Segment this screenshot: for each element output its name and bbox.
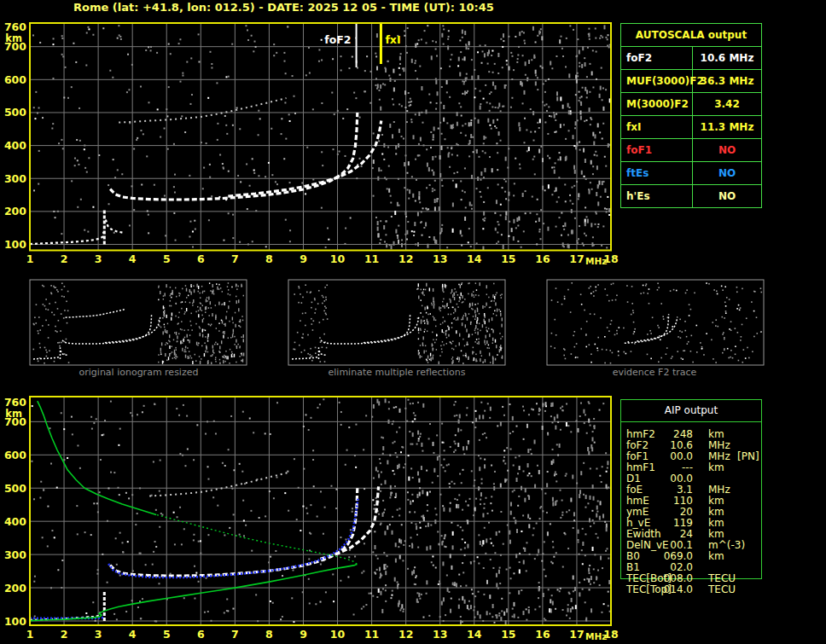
svg-text:6: 6 [197, 628, 205, 641]
autoscala-output-table: AUTOSCALA output foF210.6 MHzMUF(3000)F2… [620, 23, 762, 208]
svg-text:300: 300 [4, 172, 26, 185]
svg-text:11: 11 [364, 628, 379, 641]
svg-text:2: 2 [61, 252, 68, 265]
svg-text:8: 8 [265, 628, 273, 641]
svg-text:500: 500 [4, 482, 26, 495]
svg-text:17: 17 [569, 252, 584, 265]
axis-labels: 123456789101112131415161718MHz7607006005… [4, 396, 619, 641]
autoscala-row-hes: h'EsNO [621, 185, 761, 207]
svg-text:400: 400 [4, 515, 26, 528]
panel-caption-evidence: evidence F2 trace [547, 367, 762, 379]
autoscala-row-value: NO [693, 185, 761, 207]
svg-text:13: 13 [433, 628, 447, 641]
svg-text:600: 600 [4, 449, 26, 461]
autoscala-row-label: fxI [621, 116, 693, 138]
autoscala-row-ftes: ftEsNO [621, 162, 761, 185]
svg-text:17: 17 [569, 628, 584, 641]
svg-text:3: 3 [95, 628, 102, 641]
fxI-marker-label: fxI [385, 33, 400, 46]
svg-text:8: 8 [265, 252, 273, 265]
svg-text:12: 12 [398, 252, 413, 265]
svg-text:11: 11 [364, 252, 379, 265]
autoscala-row-fxi: fxI11.3 MHz [621, 116, 761, 139]
autoscala-row-value: 3.42 [693, 93, 761, 115]
autoscala-row-m3000f2: M(3000)F23.42 [621, 93, 761, 116]
svg-text:16: 16 [535, 628, 550, 641]
aip-row-value: 014.0 [650, 584, 693, 595]
autoscala-row-muf3000f2: MUF(3000)F236.3 MHz [621, 70, 761, 93]
svg-text:16: 16 [535, 252, 550, 265]
panel-caption-eliminate: eliminate multiple reflections [288, 367, 505, 379]
aip-row-tectop: TEC[Top]014.0TECU [620, 584, 817, 595]
svg-text:14: 14 [467, 628, 482, 641]
svg-text:7: 7 [231, 628, 239, 641]
autoscala-row-label: M(3000)F2 [621, 93, 693, 115]
autoscala-row-value: NO [693, 139, 761, 161]
autoscala-row-label: foF2 [621, 47, 693, 69]
axis-labels: 123456789101112131415161718MHz7607006005… [4, 20, 619, 266]
svg-text:9: 9 [300, 252, 307, 265]
aip-row-b0: B0069.0km [620, 551, 817, 562]
autoscala-row-label: ftEs [621, 162, 693, 184]
svg-text:2: 2 [61, 628, 68, 641]
svg-text:15: 15 [501, 252, 515, 265]
svg-text:5: 5 [163, 252, 171, 265]
aip-table-header: AIP output [621, 400, 761, 422]
svg-text:10: 10 [330, 252, 346, 265]
svg-text:12: 12 [398, 628, 413, 641]
svg-text:100: 100 [4, 238, 26, 251]
svg-text:1: 1 [26, 628, 34, 641]
svg-text:200: 200 [4, 582, 26, 595]
autoscala-row-label: MUF(3000)F2 [621, 70, 693, 92]
svg-text:500: 500 [4, 106, 26, 119]
aip-row-unit: TECU [708, 584, 736, 595]
autoscala-row-fof2: foF210.6 MHz [621, 47, 761, 70]
svg-text:9: 9 [300, 628, 307, 641]
aip-row-unit: km [708, 462, 724, 473]
autoscala-row-value: NO [693, 162, 761, 184]
mini-panel-3 [547, 280, 764, 365]
svg-text:10: 10 [330, 628, 346, 641]
plot-border [30, 397, 611, 625]
svg-text:km: km [5, 408, 22, 420]
svg-text:7: 7 [231, 252, 239, 265]
noise-speckle [32, 25, 611, 250]
svg-text:14: 14 [467, 252, 482, 265]
svg-text:760: 760 [4, 20, 26, 33]
svg-text:300: 300 [4, 548, 26, 561]
svg-text:100: 100 [4, 615, 26, 628]
foF2-marker-label: foF2 [324, 33, 351, 46]
svg-text:600: 600 [4, 73, 26, 86]
svg-text:1: 1 [26, 252, 34, 265]
autoscala-row-label: h'Es [621, 185, 693, 207]
ionogram-analysis-window: Rome (lat: +41.8, lon: 012.5) - DATE: 20… [0, 0, 826, 644]
autoscala-row-value: 36.3 MHz [693, 70, 761, 92]
autoscala-table-header: AUTOSCALA output [621, 24, 761, 47]
svg-text:13: 13 [433, 252, 447, 265]
aip-row-hmf1: hmF1---km [620, 462, 817, 473]
bottom-ionogram-with-profile: 123456789101112131415161718MHz7607006005… [4, 396, 619, 641]
aip-output-rows: hmF2248kmfoF210.6MHzfoF100.0MHz[PN]hmF1-… [620, 429, 817, 595]
svg-text:MHz: MHz [585, 631, 607, 641]
svg-text:15: 15 [501, 628, 515, 641]
plot-border [30, 23, 611, 251]
autoscala-row-value: 11.3 MHz [693, 116, 761, 138]
svg-text:3: 3 [95, 252, 102, 265]
autoscala-row-value: 10.6 MHz [693, 47, 761, 69]
aip-row-extra: [PN] [737, 451, 759, 462]
top-ionogram: foF2fxI123456789101112131415161718MHz760… [4, 20, 619, 266]
svg-text:760: 760 [4, 396, 26, 409]
mini-panel-1 [30, 280, 247, 365]
svg-text:4: 4 [129, 628, 137, 641]
svg-text:km: km [5, 32, 22, 44]
noise-speckle [31, 398, 610, 624]
autoscala-row-fof1: foF1NO [621, 139, 761, 162]
svg-text:4: 4 [129, 252, 137, 265]
svg-text:200: 200 [4, 205, 26, 218]
mini-panel-2 [288, 280, 505, 366]
aip-row-unit: km [708, 551, 724, 562]
svg-text:6: 6 [197, 252, 205, 265]
panel-caption-original: original ionogram resized [30, 367, 247, 379]
svg-text:5: 5 [163, 628, 171, 641]
autoscala-row-label: foF1 [621, 139, 693, 161]
